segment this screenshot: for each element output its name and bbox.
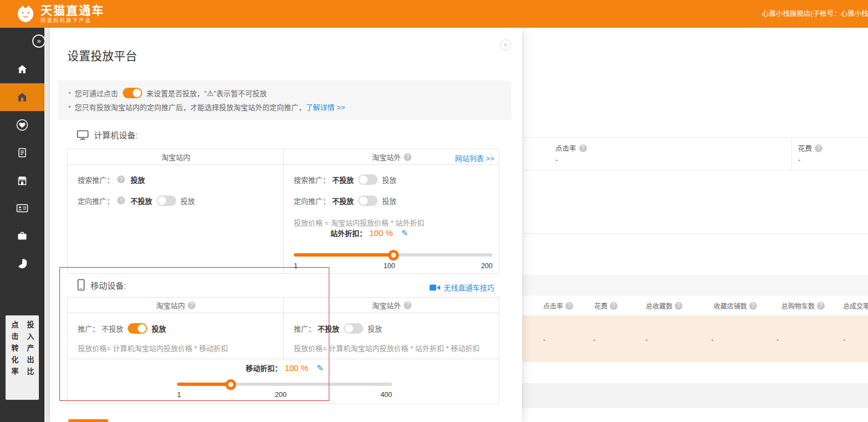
status-on-label: 投放 [180,195,195,206]
help-icon[interactable]: ? [749,302,757,310]
stat-value: - [555,155,558,164]
mobile-offsite-toggle[interactable] [344,323,363,334]
column-header: 总购物车数? [781,301,825,310]
column-taobao-onsite: 淘宝站内 ? [68,298,284,313]
table-cell: - [843,335,845,344]
status-active: 投放 [131,174,145,185]
mobile-onsite-formula: 投放价格= 计算机淘宝站内投放价格 * 移动折扣 [78,343,228,353]
sidebar-item-store[interactable] [0,167,44,194]
sidebar-item-favorites[interactable] [0,111,44,139]
pie-chart-icon [17,258,28,269]
stat-label: 花费 ? [798,143,822,153]
help-icon[interactable]: ? [817,302,825,310]
warning-icon: ⚠ [207,89,214,98]
id-card-icon [16,203,28,214]
column-header: 花费? [594,301,618,310]
column-header: 收藏店铺数? [714,301,757,310]
slider-handle[interactable] [388,250,399,260]
toggle-knob [158,197,166,205]
close-icon[interactable]: × [500,39,511,51]
metric-click-conversion: 点击转化率 [9,321,20,400]
app-subtitle: 阿里妈妈旗下产品 [41,17,104,24]
document-icon [17,147,28,158]
slider-handle[interactable] [225,379,236,390]
row-label: 搜索推广： [78,174,114,185]
offsite-search-toggle[interactable] [358,174,378,185]
report-table-row-highlighted[interactable]: - - - - - - [522,315,868,362]
table-divider [283,149,284,274]
edit-pencil-icon[interactable]: ✎ [317,363,324,373]
column-header-text: 收藏店铺数 [714,301,747,310]
help-icon[interactable]: ? [188,302,195,309]
column-title: 淘宝站外 [372,300,401,310]
bullet-icon: • [68,89,71,97]
help-icon[interactable]: ? [610,302,618,310]
stat-label-text: 点击率 [555,143,576,153]
stats-divider [791,138,792,170]
table-cell: - [711,335,714,344]
status-off-label: 不投放 [102,323,123,334]
onsite-target-toggle[interactable] [157,195,176,206]
table-cell: - [543,335,545,344]
row-label: 推广： [294,323,315,334]
row-label: 定向推广： [294,195,330,206]
row-label: 搜索推广： [294,174,330,185]
help-icon[interactable]: ? [815,144,822,152]
toggle-knob [138,324,146,333]
help-icon[interactable]: ? [675,302,683,310]
column-header-text: 总购物车数 [781,301,815,310]
logo[interactable]: 天猫直通车 阿里妈妈旗下产品 [16,4,104,24]
sidebar-item-analytics[interactable] [0,250,44,278]
mobile-onsite-toggle[interactable] [128,323,147,334]
mobile-section-title: 移动设备: [91,279,126,291]
computer-section-title: 计算机设备: [94,129,138,140]
offsite-discount-slider[interactable] [294,253,493,257]
help-icon[interactable]: ? [565,302,573,310]
status-off: 不投放 [318,323,339,334]
help-icon[interactable]: ? [404,153,412,161]
column-taobao-onsite: 淘宝站内 [68,149,284,164]
website-list-link[interactable]: 网站列表 >> [455,153,494,163]
sidebar-item-campaign-selected[interactable] [0,83,44,111]
sidebar-expand-button[interactable]: » [32,34,46,48]
mobile-discount-slider[interactable] [177,383,392,386]
tip-box: • 您可通过点击 来设置是否投放，" ⚠ "表示暂不可投放 • 您只有投放淘宝站… [58,81,511,120]
confirm-button[interactable] [68,419,108,422]
sidebar-item-home[interactable] [0,56,44,83]
storefront-icon [17,175,28,186]
wireless-tips-link[interactable]: 无线直通车技巧 [429,282,494,293]
offsite-price-formula: 投放价格 = 淘宝站内投放价格 * 站外折扣 [294,217,424,228]
stat-value: - [798,155,800,164]
tip2-text: 您只有投放淘宝站内的定向推广后，才能选择投放淘宝站外的定向推广， [75,102,306,112]
slider-fill [294,253,393,257]
edit-pencil-icon[interactable]: ✎ [402,228,409,238]
column-header: 点击率? [543,301,573,310]
sidebar-item-tools[interactable] [0,222,44,250]
learn-more-link[interactable]: 了解详情 >> [306,102,345,112]
wireless-tips-text: 无线直通车技巧 [444,282,494,293]
onsite-search-row: 搜索推广： ? 投放 [78,173,145,186]
sidebar-item-account-card[interactable] [0,194,44,222]
column-header-text: 点击率 [543,301,563,310]
help-icon[interactable]: ? [404,302,412,309]
computer-section-header: 计算机设备: [77,129,138,140]
scale-max: 200 [481,262,493,270]
column-title: 淘宝站内 [156,300,185,310]
discount-label: 移动折扣： [245,363,282,373]
help-icon[interactable]: ? [117,175,125,183]
account-info[interactable]: 心雅小栈旗舰店(子帐号：心雅小栈 [762,0,868,28]
stat-label: 点击率 ? [555,143,587,153]
sidebar-metrics-panel[interactable]: 点击转化率 投入产出比 [6,315,39,400]
offsite-target-toggle[interactable] [358,195,378,206]
mobile-settings-table: 淘宝站内 ? 淘宝站外 ? 推广： 不投放 投放 投放价格= 计算机淘宝站内投放… [67,297,499,404]
slider-scale: 1 200 400 [177,391,392,399]
mobile-onsite-row: 推广： 不投放 投放 [78,321,166,335]
stat-label-text: 花费 [798,143,812,153]
toggle-knob [133,89,141,97]
mobile-discount-line: 移动折扣： 100 % ✎ [177,363,392,373]
help-icon[interactable]: ? [579,144,587,152]
help-icon[interactable]: ? [117,197,125,204]
mobile-offsite-row: 推广： 不投放 投放 [294,321,382,335]
sidebar-item-reports[interactable] [0,139,44,167]
row-label: 推广： [78,323,99,334]
